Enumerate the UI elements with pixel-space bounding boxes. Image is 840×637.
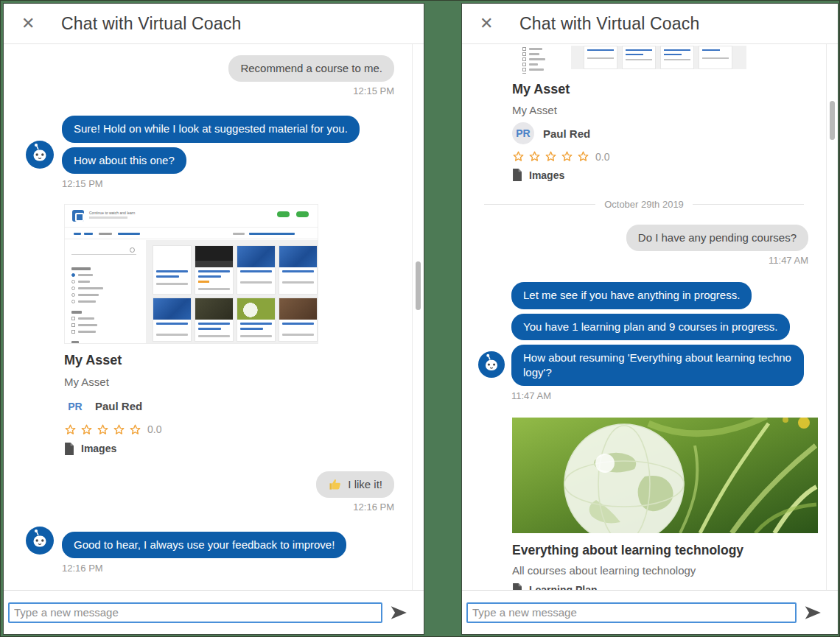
scrollbar-thumb[interactable]: [830, 101, 835, 140]
message-row: Do I have any pending courses? 11:47 AM: [462, 225, 826, 266]
document-icon: [512, 169, 522, 181]
catalog-search-input: [71, 246, 136, 255]
asset-author-row: PR Paul Red: [512, 122, 826, 144]
robot-coach-avatar: [26, 527, 54, 555]
asset-attachment-card: Continue to watch and learn: [4, 204, 412, 455]
star-icon: [129, 423, 141, 436]
close-icon[interactable]: ✕: [21, 15, 41, 32]
message-timestamp: 11:47 AM: [511, 390, 804, 401]
message-row: Recommend a course to me. 12:15 PM: [4, 55, 412, 96]
robot-coach-avatar: [26, 141, 54, 169]
bot-message-bubble: How about resuming 'Everything about lea…: [511, 345, 804, 387]
catalog-toolbar: [65, 227, 318, 239]
author-initials-badge: PR: [64, 395, 86, 418]
star-icon: [528, 150, 541, 163]
author-name: Paul Red: [543, 127, 590, 140]
screenshot-background: ✕ Chat with Virtual Coach Recommend a co…: [0, 0, 840, 637]
course-catalog-screenshot[interactable]: Continue to watch and learn: [64, 204, 318, 344]
star-icon: [561, 150, 573, 163]
message-row: I like it! 12:16 PM: [4, 471, 412, 513]
plan-title: Everything about learning technology: [512, 543, 826, 558]
catalog-filter-sidebar: [65, 240, 146, 343]
bot-message-bubble: How about this one?: [62, 147, 186, 174]
chat-input-bar: [4, 590, 424, 634]
message-timestamp: 12:15 PM: [62, 178, 390, 189]
chat-input-bar: [462, 590, 838, 634]
robot-coach-avatar: [478, 351, 505, 378]
chat-title: Chat with Virtual Coach: [61, 14, 242, 34]
chat-window-left: ✕ Chat with Virtual Coach Recommend a co…: [3, 3, 424, 635]
asset-rating-row: 0.0: [512, 150, 826, 163]
bot-message-group: Good to hear, I always use your feedback…: [4, 532, 412, 574]
user-message-bubble: Do I have any pending courses?: [626, 225, 808, 251]
document-icon: [512, 583, 522, 590]
rating-value: 0.0: [147, 423, 161, 435]
asset-title: My Asset: [512, 82, 826, 97]
thumbs-up-icon: [328, 477, 343, 492]
catalog-green-button: [296, 211, 309, 217]
rating-value: 0.0: [595, 151, 609, 163]
bot-message-bubble: Let me see if you have anything in progr…: [511, 282, 752, 309]
user-message-text: I like it!: [348, 477, 382, 492]
bot-message-bubble: Good to hear, I always use your feedback…: [62, 532, 346, 558]
message-input[interactable]: [8, 602, 382, 623]
message-input[interactable]: [466, 602, 797, 623]
chat-message-area: Recommend a course to me. 12:15 PM Sure!…: [4, 44, 424, 590]
author-name: Paul Red: [95, 400, 142, 412]
asset-type-label: Images: [81, 443, 116, 454]
star-icon: [512, 150, 525, 163]
close-icon[interactable]: ✕: [480, 15, 499, 32]
asset-type-row: Images: [512, 169, 826, 181]
asset-type-label: Images: [529, 169, 564, 181]
asset-subtitle: My Asset: [512, 104, 826, 116]
send-icon[interactable]: [382, 603, 415, 622]
star-icon: [577, 150, 589, 163]
asset-author-row: PR Paul Red: [64, 395, 412, 418]
user-message-bubble: Recommend a course to me.: [228, 55, 394, 82]
asset-attachment-card: My Asset My Asset PR Paul Red: [462, 46, 826, 181]
chat-header: ✕ Chat with Virtual Coach: [4, 4, 424, 44]
catalog-header-title: Continue to watch and learn: [89, 211, 135, 215]
catalog-card-grid: [153, 246, 317, 341]
catalog-logo: [72, 210, 84, 222]
bot-message-group: Let me see if you have anything in progr…: [462, 282, 826, 401]
scrollbar-thumb[interactable]: [416, 261, 421, 310]
author-initials-badge: PR: [512, 122, 534, 144]
asset-title: My Asset: [64, 353, 412, 368]
chat-message-area: My Asset My Asset PR Paul Red: [462, 44, 838, 590]
star-icon: [80, 423, 93, 436]
chat-title: Chat with Virtual Coach: [519, 14, 700, 34]
asset-type-row: Images: [64, 443, 412, 455]
chat-window-right: ✕ Chat with Virtual Coach: [461, 3, 839, 635]
message-timestamp: 12:15 PM: [353, 85, 394, 96]
plan-type-row: Learning Plan: [512, 583, 826, 590]
send-icon[interactable]: [797, 603, 829, 622]
bot-message-bubble: You have 1 learning plan and 9 courses i…: [511, 314, 790, 340]
learning-plan-image[interactable]: [512, 418, 818, 533]
star-icon: [545, 150, 557, 163]
date-divider: October 29th 2019: [484, 199, 804, 210]
catalog-green-button: [277, 211, 290, 217]
message-timestamp: 12:16 PM: [353, 501, 394, 513]
bot-message-bubble: Sure! Hold on while I look at suggested …: [62, 116, 360, 142]
document-icon: [64, 443, 74, 455]
user-message-bubble: I like it!: [316, 471, 394, 498]
star-icon: [97, 423, 109, 436]
plan-type-label: Learning Plan: [529, 584, 598, 590]
date-divider-text: October 29th 2019: [604, 199, 684, 210]
plan-subtitle: All courses about learning technology: [512, 564, 826, 577]
asset-rating-row: 0.0: [64, 423, 412, 436]
asset-subtitle: My Asset: [64, 376, 412, 388]
chat-header: ✕ Chat with Virtual Coach: [462, 4, 838, 44]
message-timestamp: 12:16 PM: [62, 563, 390, 574]
bot-message-group: Sure! Hold on while I look at suggested …: [4, 116, 412, 189]
learning-plan-attachment-card: Everything about learning technology All…: [462, 418, 826, 590]
message-timestamp: 11:47 AM: [769, 255, 808, 266]
course-catalog-screenshot-partial[interactable]: [512, 46, 746, 74]
star-icon: [64, 423, 77, 436]
star-icon: [113, 423, 125, 436]
